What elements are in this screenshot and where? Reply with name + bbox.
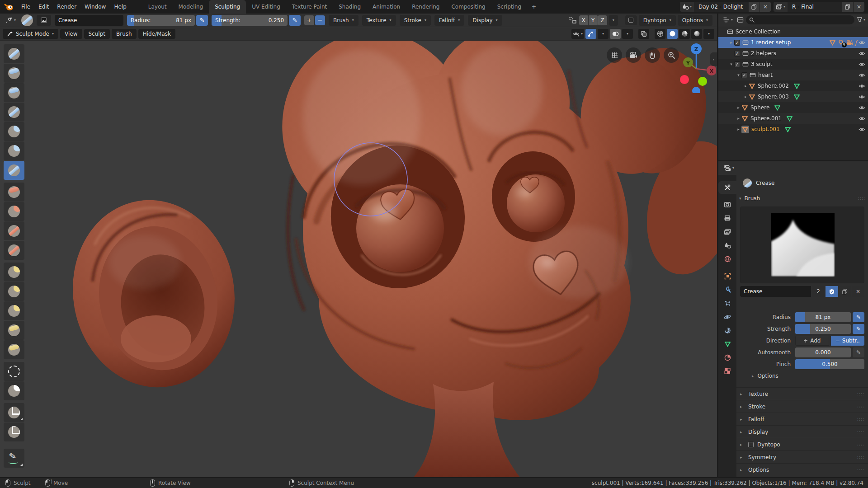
outliner-item-label[interactable]: sculpt.001	[751, 126, 780, 132]
menu-help[interactable]: Help	[110, 4, 130, 10]
menu-file[interactable]: File	[17, 4, 34, 10]
workspace-tab-sculpting[interactable]: Sculpting	[209, 0, 246, 14]
active-tool-selector[interactable]: ▾	[4, 15, 18, 26]
eye-icon[interactable]	[859, 83, 865, 89]
tool-box-hide-button[interactable]	[4, 403, 24, 422]
tool-menu-display[interactable]: Display▾	[468, 15, 502, 26]
outliner-row-sphere-001[interactable]: ▸Sphere.001	[718, 113, 868, 124]
eye-icon[interactable]	[859, 104, 865, 111]
tool-layer-button[interactable]	[4, 103, 24, 122]
viewport-menu-hide-mask[interactable]: Hide/Mask	[138, 29, 175, 39]
tool-menu-brush[interactable]: Brush▾	[329, 15, 359, 26]
symmetry-x-toggle[interactable]: X	[579, 15, 588, 25]
panel-options-header[interactable]: ▸Options::::	[736, 463, 868, 476]
panel-dyntopo-header[interactable]: ▸Dyntopo::::	[736, 438, 868, 450]
tool-annotate-button[interactable]	[4, 449, 24, 468]
viewport-menu-sculpt[interactable]: Sculpt	[84, 29, 110, 39]
panel-display-header[interactable]: ▸Display::::	[736, 425, 868, 438]
expand-arrow-icon[interactable]: ▾	[736, 73, 741, 77]
dyntopo-checkbox[interactable]	[748, 442, 754, 447]
brush-crease-icon[interactable]	[21, 14, 33, 26]
properties-tab-render[interactable]	[718, 198, 736, 211]
properties-tab-data[interactable]	[718, 338, 736, 350]
overlays-dropdown[interactable]: ▾	[622, 29, 633, 39]
menu-window[interactable]: Window	[80, 4, 110, 10]
workspace-tab-uv-editing[interactable]: UV Editing	[246, 0, 286, 14]
tool-crease-button[interactable]	[4, 161, 24, 180]
expand-arrow-icon[interactable]: ▸	[736, 105, 741, 110]
workspace-tab-animation[interactable]: Animation	[367, 0, 406, 14]
menu-render[interactable]: Render	[53, 4, 80, 10]
3d-viewport[interactable]: Sculpt Mode▾ ViewSculptBrushHide/Mask ▾ …	[0, 27, 717, 477]
properties-tab-view-layer[interactable]	[718, 225, 736, 238]
eye-icon[interactable]	[859, 94, 865, 100]
panel-drag-handle[interactable]: ::::	[857, 404, 864, 409]
tool-grab-button[interactable]	[4, 263, 24, 282]
workspace-tab-layout[interactable]: Layout	[142, 0, 173, 14]
symmetry-dropdown[interactable]: ▾	[609, 15, 618, 26]
outliner-row-sphere-002[interactable]: ▸Sphere.002	[718, 80, 868, 91]
shading-rendered-button[interactable]	[691, 29, 702, 39]
properties-tab-texture[interactable]	[718, 365, 736, 377]
expand-arrow-icon[interactable]: ▸	[736, 116, 741, 121]
sidebar-collapse-tab[interactable]: ‹	[710, 52, 717, 66]
collection-checkbox[interactable]: ✓	[734, 40, 740, 46]
tool-box-mask-button[interactable]	[4, 422, 24, 441]
symmetry-y-toggle[interactable]: Y	[589, 15, 598, 25]
shading-solid-button[interactable]	[667, 29, 678, 39]
dyntopo-checkbox[interactable]	[625, 15, 637, 25]
brush-copy-button[interactable]	[839, 286, 851, 297]
viewport-menu-brush[interactable]: Brush	[112, 29, 137, 39]
direction-add-button[interactable]: +	[304, 15, 314, 25]
navigation-gizmo[interactable]: Z Y X	[675, 40, 716, 93]
panel-falloff-header[interactable]: ▸Falloff::::	[736, 413, 868, 425]
panel-drag-handle[interactable]: ::::	[857, 417, 864, 422]
tool-blob-button[interactable]	[4, 141, 24, 160]
shading-dropdown[interactable]: ▾	[703, 29, 714, 39]
panel-drag-handle[interactable]: ::::	[857, 442, 864, 447]
tool-clay-strips-button[interactable]	[4, 83, 24, 102]
outliner-filter-button[interactable]: ▾	[857, 17, 865, 23]
sculpt-scene[interactable]	[0, 27, 717, 477]
brush-preview-image[interactable]	[771, 213, 835, 277]
tool-flatten-button[interactable]	[4, 202, 24, 221]
viewport-menu-view[interactable]: View	[60, 29, 82, 39]
outliner-row-sculpt-001[interactable]: ▸sculpt.001	[718, 124, 868, 135]
radius-slider[interactable]: Radius:81 px	[127, 15, 195, 26]
eye-icon[interactable]	[859, 61, 865, 68]
properties-tab-modifiers[interactable]	[718, 283, 736, 296]
perspective-grid-button[interactable]	[607, 47, 622, 63]
outliner-item-label[interactable]: 2 helpers	[751, 50, 776, 56]
workspace-tab-texture-paint[interactable]: Texture Paint	[286, 0, 333, 14]
tool-draw-button[interactable]	[4, 44, 24, 63]
tool-nudge-button[interactable]	[4, 321, 24, 340]
radius-pressure-toggle[interactable]: ✎	[853, 312, 864, 322]
outliner-row-2-helpers[interactable]: ✓2 helpers	[718, 48, 868, 59]
direction-subtr-button[interactable]: −Subtr..	[831, 336, 865, 346]
outliner-item-label[interactable]: 1 render setup	[751, 39, 791, 46]
scene-browse-button[interactable]: ▾	[680, 2, 694, 12]
expand-arrow-icon[interactable]: ▾	[728, 62, 734, 66]
brush-users-count[interactable]: 2	[811, 286, 825, 297]
scene-copy-button[interactable]	[749, 2, 760, 12]
add-workspace-button[interactable]: +	[527, 4, 541, 10]
properties-editor-type-button[interactable]: ▾	[722, 163, 736, 174]
properties-tab-constraints[interactable]	[718, 324, 736, 337]
symmetry-z-toggle[interactable]: Z	[598, 15, 607, 25]
workspace-tab-compositing[interactable]: Compositing	[445, 0, 491, 14]
gizmos-dropdown[interactable]: ▾	[598, 29, 609, 39]
view-layer-copy-button[interactable]	[842, 2, 853, 12]
pinch-slider[interactable]: 0.500	[795, 359, 864, 369]
workspace-tab-scripting[interactable]: Scripting	[491, 0, 527, 14]
mode-selector[interactable]: Sculpt Mode▾	[3, 29, 58, 39]
panel-symmetry-header[interactable]: ▸Symmetry::::	[736, 450, 868, 463]
outliner-item-label[interactable]: Sphere.003	[758, 94, 789, 100]
shading-material-button[interactable]	[679, 29, 690, 39]
workspace-tab-shading[interactable]: Shading	[333, 0, 367, 14]
outliner-item-label[interactable]: Sphere.001	[750, 115, 782, 122]
collection-checkbox[interactable]: ✓	[741, 72, 747, 78]
eye-icon[interactable]	[859, 50, 865, 57]
menu-edit[interactable]: Edit	[34, 4, 53, 10]
panel-drag-handle[interactable]: ::::	[857, 392, 864, 396]
panel-drag-handle[interactable]: ::::	[858, 196, 865, 201]
